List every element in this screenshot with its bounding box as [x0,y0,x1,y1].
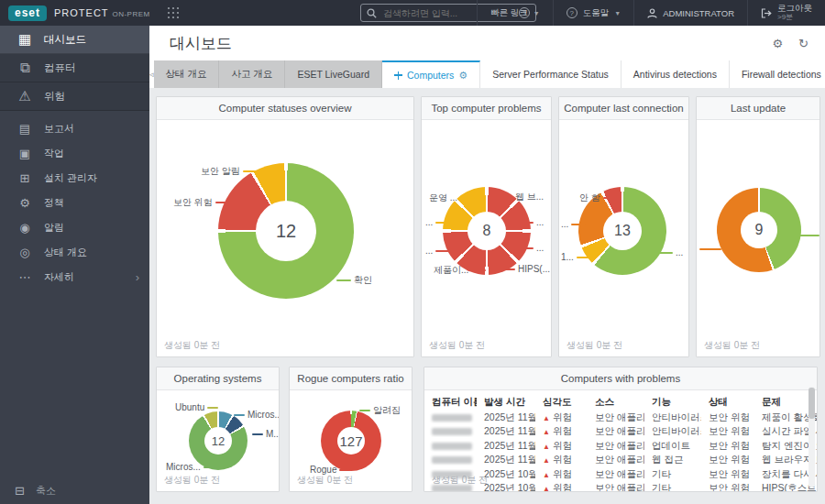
tasks-icon: ▣ [13,147,37,160]
refresh-icon[interactable]: ↻ [798,37,808,50]
chart-label: ... [425,246,450,256]
sidebar-item-threats[interactable]: ⚠위험 [0,82,149,111]
tab-status-overview[interactable]: 상태 개요 [154,60,220,88]
tab-gear-icon[interactable]: ⚙ [458,70,468,82]
chart-label: 안 함 [579,192,618,204]
sidebar-item-label: 작업 [44,147,64,160]
computer-name-redacted [424,412,477,423]
label-leader-line [799,235,820,236]
chart-label [799,235,820,236]
sidebar-item-dashboard[interactable]: ▦대시보드 [0,26,149,54]
donut-chart-computer-statuses[interactable]: 12보안 알림보안 위험확인 [157,121,413,356]
table-row[interactable]: 2025년 11월 2...▲위험보안 애플리케...안티바이러스보안 위험실시… [424,425,817,440]
table-scrollbar-thumb[interactable] [808,388,815,419]
warning-triangle-icon: ▲ [543,443,550,451]
panel-title[interactable]: Computer statuses overview [157,97,413,120]
warning-triangle-icon: ▲ [543,485,550,491]
label-leader-line [577,257,591,258]
computer-name-redacted [424,441,477,452]
column-header[interactable]: 기능 [644,396,701,409]
column-header[interactable]: 발생 시간 [477,396,535,409]
warning-triangle-icon: ▲ [543,471,550,479]
donut-chart-last-update[interactable]: 9 [697,121,820,356]
sidebar-item-status-overview[interactable]: ◎상태 개요 [0,240,149,265]
column-header[interactable]: 소스 [588,396,644,409]
panel-footer: 생성됨 0분 전 [566,339,622,352]
panel-title[interactable]: Last update [697,97,820,120]
problem: 제품이 활성화... [754,411,817,424]
chart-label: ... [519,243,544,253]
computer-name-redacted [424,455,477,466]
tab-eset-liveguard[interactable]: ESET LiveGuard [285,60,382,88]
logout-button[interactable]: 로그아웃 >9분 [747,0,825,26]
column-header[interactable]: 컴퓨터 이름 [424,396,477,409]
tab-strip: 상태 개요사고 개요ESET LiveGuardComputers⚙Server… [154,60,825,88]
severity: ▲위험 [535,482,588,491]
donut-ring[interactable]: 12 [218,163,354,299]
panel-title[interactable]: Computer last connection [559,97,688,120]
sidebar-item-label: 보고서 [44,122,74,136]
donut-ring[interactable]: 9 [717,188,801,272]
collapse-sidebar-button[interactable]: ⊟ 축소 [0,477,149,504]
donut-center-value: 8 [468,212,506,250]
column-header[interactable]: 심각도 [535,396,588,409]
chart-label: Micros... [166,462,214,472]
product-suffix: ON-PREM [112,10,149,18]
occurred-time: 2025년 11월 2... [477,411,535,424]
label-leader-line [519,222,534,224]
policies-icon: ⚙ [13,196,37,210]
warning-triangle-icon: ▲ [543,428,550,436]
panel-title[interactable]: Computers with problems [424,367,817,390]
installers-icon: ⊞ [13,171,37,185]
panel-computers-with-problems: Computers with problems 컴퓨터 이름발생 시간심각도소스… [424,367,818,492]
severity: ▲위험 [535,454,588,466]
table-scrollbar[interactable] [808,387,815,488]
panel-title[interactable]: Operating systems [157,367,279,390]
label-leader-line [471,269,486,271]
label-leader-line [699,248,721,250]
column-header[interactable]: 문제 [754,396,817,409]
sidebar-item-label: 알림 [44,221,64,235]
quick-links-menu[interactable]: 빠른 링크 ▼ [477,0,553,26]
sidebar-item-notifications[interactable]: ◉알림 [0,215,149,240]
label-leader-line [500,268,515,270]
donut-chart-top-computer-problems[interactable]: 8운영 ...웹 브.........HIPS(...제품이......... [422,121,551,356]
tab-incidents-overview[interactable]: 사고 개요 [219,60,285,88]
table-row[interactable]: 2025년 11월 2...▲위험보안 애플리케...안티바이러스보안 위험제품… [424,411,817,425]
sidebar-item-tasks[interactable]: ▣작업 [0,141,149,166]
tab-computers[interactable]: Computers⚙ [382,60,480,88]
user-menu[interactable]: ADMINISTRATOR [633,0,747,26]
sidebar-item-reports[interactable]: ▤보고서 [0,116,149,141]
apps-grid-icon[interactable] [167,6,180,19]
sidebar-item-installers[interactable]: ⊞설치 관리자 [0,166,149,191]
tab-firewall-detections[interactable]: Firewall detections [730,60,825,88]
dashboard-settings-gear-icon[interactable]: ⚙ [772,37,783,50]
table-row[interactable]: 2025년 11월 2...▲위험보안 애플리케...웹 접근보안 위험웹 브라… [424,454,817,468]
donut-ring[interactable]: 127 [321,411,381,471]
tab-antivirus-detections[interactable]: Antivirus detections [622,60,730,88]
help-menu[interactable]: ? 도움말 ▼ [553,0,633,26]
table-row[interactable]: 2025년 11월 2...▲위험보안 애플리케...업데이트보안 위험탐지 엔… [424,439,817,454]
label-leader-line [498,196,512,198]
sidebar-item-label: 설치 관리자 [44,171,97,185]
donut-chart-computer-last-connection[interactable]: 13안 함...1...... [559,121,688,356]
chart-label: 확인 [336,274,372,287]
donut-center-value: 12 [256,201,316,261]
problem: 실시간 파일 시... [754,425,817,438]
label-leader-line [207,407,218,409]
collapse-icon: ⊟ [15,484,25,498]
problem: HIPS(호스트 침... [754,482,817,491]
status: 보안 위험 [701,468,754,481]
tab-server-performance-status[interactable]: Server Performance Status [480,60,622,88]
label-leader-line [215,202,230,203]
sidebar-item-more[interactable]: ⋯자세히› [0,265,149,290]
column-header[interactable]: 상태 [701,396,754,409]
notifications-icon: ◉ [13,221,37,235]
sidebar-item-computers[interactable]: ⧉컴퓨터 [0,54,149,82]
sidebar-item-policies[interactable]: ⚙정책 [0,191,149,215]
panel-title[interactable]: Top computer problems [422,97,551,120]
chart-label: ... [425,217,450,227]
panel-title[interactable]: Rogue computers ratio [290,367,412,390]
tab-label: ESET LiveGuard [297,69,369,80]
dashboard-row-1: Computer statuses overview 12보안 알림보안 위험확… [156,96,820,357]
